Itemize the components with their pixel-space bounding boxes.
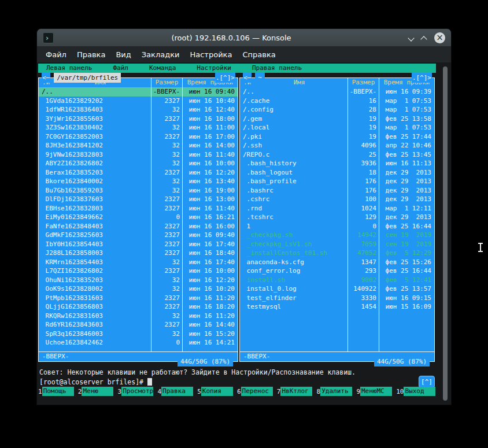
panel-corner-icon[interactable]: .[^]> <box>412 73 432 83</box>
file-row[interactable]: .bash_logout18дек 29 2013 <box>240 168 434 177</box>
terminal-view[interactable]: Левая панельФайлКомандаНастройкиПравая п… <box>37 62 451 405</box>
file-row[interactable]: GdMkF16238256032327июн 16 09:40 <box>39 231 238 240</box>
mc-menu-item[interactable]: Правая панель <box>252 64 302 73</box>
file-row[interactable]: Uchoe16238424620июн 16 14:21 <box>39 338 238 347</box>
file-row[interactable]: install_0.log140922фев 25 13:57 <box>240 284 434 294</box>
file-row[interactable]: /..-ВВЕРХ-июн 16 09:39 <box>240 87 434 97</box>
mc-menu-item[interactable]: Настройки <box>197 64 231 73</box>
file-row[interactable]: Berax16238352032327июн 16 12:20 <box>39 168 238 177</box>
file-row[interactable]: 7C0GY16238520032327июн 16 17:00 <box>39 132 238 142</box>
file-row[interactable]: .rnd1024мар 1 12:11 <box>240 204 434 213</box>
menu-item[interactable]: Закладки <box>136 50 185 59</box>
history-left-icon[interactable]: <─ <box>243 73 252 83</box>
fkey-7[interactable]: 7НвКтлог <box>277 386 317 397</box>
file-row[interactable]: /REPO.c25фев 25 13:45 <box>240 150 434 160</box>
file-row[interactable]: 9jVNw162383280332июн 16 11:40 <box>39 150 238 160</box>
fkey-3[interactable]: 3Просмотр <box>118 386 158 397</box>
file-name: FaNfe1623848403 <box>39 222 151 231</box>
file-row[interactable]: 3YjWr16238556032327июн 16 18:00 <box>39 114 238 124</box>
file-row[interactable]: QLjjG16238568032327июн 16 18:20 <box>39 302 238 312</box>
menu-item[interactable]: Настройка <box>184 50 237 59</box>
file-row[interactable]: KRMrn162385440332июн 16 17:40 <box>39 258 238 267</box>
file-row[interactable]: /.gem19фев 25 13:58 <box>240 114 434 124</box>
file-row[interactable]: _checkpkg.sh14942сен 19 2019 <box>240 231 434 240</box>
file-row[interactable]: OhuNi162383520332июн 16 12:20 <box>39 276 238 285</box>
fkey-2[interactable]: 2Меню <box>78 386 118 397</box>
file-mtime: июн 16 18:40 <box>182 249 238 258</box>
panel-corner-icon[interactable]: .[^]> <box>215 73 235 83</box>
file-row[interactable]: EiMy016238496620июн 16 16:21 <box>39 213 238 222</box>
menu-item[interactable]: Справка <box>237 50 280 59</box>
file-row[interactable]: .tcshrc129дек 29 2013 <box>240 213 434 222</box>
file-name: 1GVda1623829202 <box>39 97 151 106</box>
file-row[interactable]: PtMpb16238316032327июн 16 11:20 <box>39 294 238 303</box>
fkey-5[interactable]: 5Копия <box>197 386 237 397</box>
file-mtime: июн 16 11:00 <box>182 123 238 132</box>
file-mtime: июн 16 17:40 <box>182 258 238 267</box>
file-row[interactable]: _installCentos_t01.sh47052фев 5 12:29 <box>240 249 434 258</box>
title-bar[interactable]: (root) 192.168.0.106 — Konsole <box>37 29 451 46</box>
file-row[interactable]: /..-ВВЕРХ-июн 16 09:40 <box>39 87 238 97</box>
fkey-9[interactable]: 9МенюМС <box>356 386 396 397</box>
file-row[interactable]: Bkore162384000232июн 16 13:40 <box>39 177 238 186</box>
file-row[interactable]: J288L16238580032327июн 16 18:40 <box>39 249 238 258</box>
file-name: .bash_profile <box>240 177 347 186</box>
fkey-6[interactable]: 6Перенос <box>237 386 277 397</box>
fkey-1[interactable]: 1Помощь <box>38 386 78 397</box>
scrollbar-thumb[interactable] <box>443 66 448 401</box>
fkey-10[interactable]: 10Выход <box>396 386 436 397</box>
file-row[interactable]: Bu7Gb162385920332июн 16 19:00 <box>39 186 238 195</box>
file-mtime: мар 1 12:11 <box>379 204 434 213</box>
mc-menu-item[interactable]: Левая панель <box>46 64 92 73</box>
file-row[interactable]: 10фев 25 16:44 <box>240 222 434 231</box>
fkey-4[interactable]: 4Правка <box>157 386 197 397</box>
file-row[interactable]: anaconda-ks.cfg1347фев 25 15:26 <box>240 258 434 267</box>
file-row[interactable]: _checkpkg_LsV1.sh7059сен 19 2019 <box>240 240 434 249</box>
file-row[interactable]: FaNfe16238484032327июн 16 16:00 <box>39 222 238 231</box>
menu-item[interactable]: Файл <box>40 50 72 59</box>
mc-menu-item[interactable]: Файл <box>113 64 128 73</box>
file-row[interactable]: install.sh9002фев 5 12:41 <box>240 276 434 285</box>
file-row[interactable]: SpR3q162384600332июн 16 15:20 <box>39 329 238 339</box>
file-row[interactable]: .bash_history3936июн 16 11:13 <box>240 159 434 168</box>
history-left-icon[interactable]: <─ <box>42 73 50 83</box>
file-row[interactable]: 1GVda16238292022327июн 16 10:40 <box>39 97 238 106</box>
file-row[interactable]: 3Z3Sw162383040232июн 16 11:00 <box>39 123 238 132</box>
file-row[interactable]: /.pki19фев 25 17:44 <box>240 132 434 142</box>
file-row[interactable]: 8JH3e162384120232июн 16 14:00 <box>39 141 238 150</box>
file-row[interactable]: .bashrc176дек 29 2013 <box>240 186 434 195</box>
file-row[interactable]: /.ssh4096апр 22 10:46 <box>240 141 434 150</box>
menu-item[interactable]: Правка <box>72 50 110 59</box>
file-row[interactable]: /.local19мар 1 07:53 <box>240 123 434 132</box>
file-row[interactable]: IbY0H16238544032327июн 16 17:40 <box>39 240 238 249</box>
file-row[interactable]: /.config28мар 1 07:53 <box>240 105 434 114</box>
file-row[interactable]: OoK9s162382800232июн 16 10:20 <box>39 284 238 294</box>
file-mtime: июн 16 14:21 <box>182 338 238 347</box>
minimize-icon[interactable] <box>409 35 415 40</box>
file-name: .bash_history <box>240 159 347 168</box>
file-row[interactable]: 1dfWR162383640332июн 16 12:40 <box>39 105 238 114</box>
file-row[interactable]: ABY2Z162382680232июн 16 10:00 <box>39 159 238 168</box>
file-row[interactable]: L7QZI16238268022327июн 16 10:00 <box>39 266 238 276</box>
file-row[interactable]: .cshrc100дек 29 2013 <box>240 195 434 204</box>
file-mtime: апр 22 10:46 <box>379 141 434 150</box>
fkey-8[interactable]: 8Удалить <box>317 386 357 397</box>
left-panel-path[interactable]: /var/tmp/brfiles <box>54 73 121 83</box>
file-row[interactable]: RKQRw162383160332июн 16 11:20 <box>39 312 238 321</box>
close-icon[interactable] <box>434 32 445 43</box>
fkey-number: 10 <box>396 388 404 395</box>
file-row[interactable]: .bash_profile176дек 29 2013 <box>240 177 434 186</box>
maximize-icon[interactable] <box>422 35 427 40</box>
file-row[interactable]: conf_error.log293фев 25 16:44 <box>240 266 434 276</box>
file-row[interactable]: testmysql1454июн 15 16:09 <box>240 302 434 312</box>
menu-item[interactable]: Вид <box>110 50 136 59</box>
file-row[interactable]: test_elfinder3330июн 16 09:15 <box>240 294 434 303</box>
file-name: conf_error.log <box>240 266 347 276</box>
file-row[interactable]: DlFDj16238376032327июн 16 13:00 <box>39 195 238 204</box>
file-row[interactable]: /.cache16мар 1 07:53 <box>240 97 434 106</box>
file-row[interactable]: EBHse16238328032327июн 16 11:40 <box>39 204 238 213</box>
file-size: 47052 <box>347 249 379 258</box>
file-row[interactable]: Rd6YR16238436032327июн 16 14:40 <box>39 320 238 329</box>
mc-menu-item[interactable]: Команда <box>149 64 176 73</box>
right-panel-path[interactable]: ~ <box>255 73 265 83</box>
